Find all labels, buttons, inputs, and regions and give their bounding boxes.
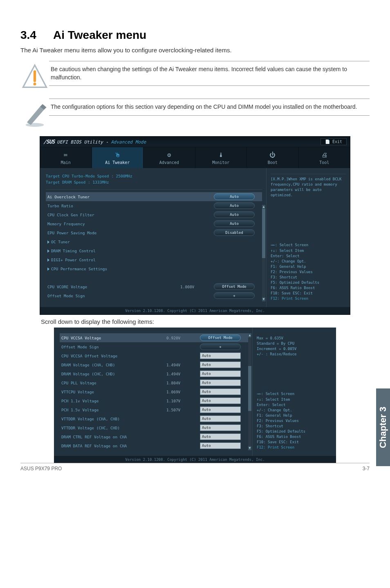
setting-dropdown[interactable]: + bbox=[214, 292, 255, 299]
setting-label: Offset Mode Sign bbox=[60, 345, 166, 349]
setting-dropdown[interactable]: + bbox=[200, 343, 241, 350]
tab-ai-tweaker[interactable]: 🖱Ai Tweaker bbox=[92, 147, 144, 168]
bios-settings-pane-2: CPU VCCSA Voltage0.920VOffset ModeOffset… bbox=[54, 328, 252, 456]
keys-text: →←: Select Screen ↑↓: Select Item Enter:… bbox=[271, 243, 319, 295]
scroll-down-icon[interactable]: ▼ bbox=[262, 297, 265, 301]
setting-input[interactable]: Auto bbox=[200, 388, 241, 395]
setting-row[interactable]: EPU Power Saving ModeDisabled bbox=[46, 228, 262, 237]
setting-input[interactable]: Auto bbox=[200, 442, 241, 449]
setting-input[interactable]: Auto bbox=[200, 370, 241, 377]
setting-row[interactable]: Memory FrequencyAuto bbox=[46, 219, 262, 228]
setting-row[interactable]: DRAM DATA REF Voltage on CHAAuto bbox=[60, 441, 248, 450]
bios-scrolled-window: CPU VCCSA Voltage0.920VOffset ModeOffset… bbox=[54, 328, 336, 463]
setting-value-cell: Auto bbox=[195, 379, 248, 386]
scroll-thumb[interactable] bbox=[262, 209, 265, 258]
setting-row[interactable]: Offset Mode Sign+ bbox=[46, 291, 262, 300]
setting-label: CPU VCCSA Offset Voltage bbox=[60, 354, 166, 358]
settings-scrollbar-2[interactable]: ▲ ▼ bbox=[248, 333, 251, 450]
tab-monitor[interactable]: 🌡Monitor bbox=[195, 147, 247, 168]
setting-value-cell: Auto bbox=[195, 370, 248, 377]
tab-boot[interactable]: ⏻Boot bbox=[247, 147, 299, 168]
setting-row[interactable]: VTTDDR Voltage (CHA, CHB)Auto bbox=[60, 414, 248, 423]
setting-row[interactable]: OC Tuner bbox=[46, 237, 262, 246]
setting-dropdown[interactable]: Offset Mode bbox=[214, 283, 255, 290]
setting-input[interactable]: Auto bbox=[200, 397, 241, 404]
setting-row[interactable]: PCH 1.5v Voltage1.507VAuto bbox=[60, 405, 248, 414]
setting-row[interactable]: DRAM Voltage (CHC, CHD)1.494VAuto bbox=[60, 369, 248, 378]
setting-input[interactable]: Auto bbox=[200, 433, 241, 440]
scroll-up-icon[interactable]: ▲ bbox=[248, 333, 251, 337]
setting-label: CPU Clock Gen Filter bbox=[46, 213, 180, 217]
setting-dropdown[interactable]: Auto bbox=[214, 202, 255, 209]
setting-input[interactable]: Auto bbox=[200, 406, 241, 413]
setting-value-cell: Auto bbox=[209, 202, 262, 209]
setting-label: DRAM DATA REF Voltage on CHA bbox=[60, 444, 166, 448]
setting-label: CPU PLL Voltage bbox=[60, 381, 166, 385]
setting-value-cell: Auto bbox=[195, 415, 248, 422]
setting-row[interactable]: VTTCPU Voltage1.069VAuto bbox=[60, 387, 248, 396]
setting-row[interactable]: CPU Performance Settings bbox=[46, 264, 262, 273]
setting-row[interactable]: CPU Clock Gen FilterAuto bbox=[46, 210, 262, 219]
chapter-side-tab: Chapter 3 bbox=[376, 388, 390, 466]
setting-input[interactable]: Auto bbox=[200, 424, 241, 431]
info-note: The configuration options for this secti… bbox=[20, 99, 370, 129]
settings-scrollbar[interactable]: ▲ ▼ bbox=[262, 205, 265, 301]
setting-row[interactable]: PCH 1.1v Voltage1.107VAuto bbox=[60, 396, 248, 405]
setting-value-cell: Offset Mode bbox=[195, 334, 248, 341]
setting-input[interactable]: Auto bbox=[200, 361, 241, 368]
lead-paragraph: The Ai Tweaker menu items allow you to c… bbox=[20, 47, 370, 54]
setting-value-cell: Auto bbox=[195, 442, 248, 449]
scroll-down-icon[interactable]: ▼ bbox=[248, 446, 251, 450]
setting-row[interactable]: DRAM Voltage (CHA, CHB)1.494VAuto bbox=[60, 360, 248, 369]
setting-dropdown[interactable]: Auto bbox=[214, 211, 255, 218]
setting-value-cell: Auto bbox=[195, 406, 248, 413]
setting-row[interactable]: DRAM Timing Control bbox=[46, 246, 262, 255]
scroll-thumb[interactable] bbox=[248, 366, 251, 411]
setting-row[interactable]: CPU VCORE Voltage1.008VOffset Mode bbox=[46, 282, 262, 291]
setting-row[interactable]: Offset Mode Sign+ bbox=[60, 342, 248, 351]
setting-label: VTTCPU Voltage bbox=[60, 390, 166, 394]
setting-current-value: 1.494V bbox=[166, 363, 195, 367]
setting-value-cell: Auto bbox=[209, 220, 262, 227]
setting-input[interactable]: Auto bbox=[200, 415, 241, 422]
setting-row[interactable]: Ai Overclock TunerAuto bbox=[46, 192, 262, 201]
tab-main[interactable]: ≔Main bbox=[40, 147, 92, 168]
tab-label: Main bbox=[61, 160, 71, 165]
setting-dropdown[interactable]: Offset Mode bbox=[200, 334, 241, 341]
setting-current-value: 1.804V bbox=[166, 381, 195, 385]
setting-input[interactable]: Auto bbox=[200, 352, 241, 359]
footer-page-number: 3-7 bbox=[363, 466, 370, 471]
setting-row[interactable]: CPU PLL Voltage1.804VAuto bbox=[60, 378, 248, 387]
setting-current-value: 1.494V bbox=[166, 372, 195, 376]
setting-row[interactable]: VTTDDR Voltage (CHC, CHD)Auto bbox=[60, 423, 248, 432]
mouse-icon: 🖱 bbox=[94, 151, 142, 159]
setting-value-cell: Auto bbox=[195, 352, 248, 359]
setting-row[interactable]: Turbo RatioAuto bbox=[46, 201, 262, 210]
gear-icon: ⚙ bbox=[145, 151, 193, 159]
thermometer-icon: 🌡 bbox=[197, 151, 245, 159]
setting-dropdown[interactable]: Auto bbox=[214, 193, 255, 200]
setting-value-cell: Offset Mode bbox=[209, 283, 262, 290]
setting-row bbox=[46, 273, 262, 282]
help-text-2: Max = 0.635V Standard = By CPU Increment… bbox=[257, 333, 332, 357]
setting-row[interactable]: DIGI+ Power Control bbox=[46, 255, 262, 264]
setting-dropdown[interactable]: Disabled bbox=[214, 229, 255, 236]
setting-value-cell: Auto bbox=[209, 193, 262, 200]
setting-row[interactable]: DRAM CTRL REF Voltage on CHAAuto bbox=[60, 432, 248, 441]
page-footer: ASUS P9X79 PRO 3-7 bbox=[20, 463, 370, 471]
setting-value-cell: + bbox=[195, 343, 248, 350]
list-icon: ≔ bbox=[42, 151, 90, 159]
setting-current-value: 1.507V bbox=[166, 408, 195, 412]
setting-row[interactable]: CPU VCCSA Voltage0.920VOffset Mode bbox=[60, 333, 248, 342]
setting-dropdown[interactable]: Auto bbox=[214, 220, 255, 227]
setting-row[interactable]: CPU VCCSA Offset VoltageAuto bbox=[60, 351, 248, 360]
tab-advanced[interactable]: ⚙Advanced bbox=[143, 147, 195, 168]
setting-input[interactable]: Auto bbox=[200, 379, 241, 386]
tab-tool[interactable]: 🖨Tool bbox=[299, 147, 350, 168]
bios-help-pane-2: Max = 0.635V Standard = By CPU Increment… bbox=[252, 328, 336, 456]
pen-icon bbox=[20, 99, 49, 129]
setting-label: Offset Mode Sign bbox=[46, 294, 180, 298]
exit-button[interactable]: 📄 Exit bbox=[321, 138, 347, 145]
scroll-up-icon[interactable]: ▲ bbox=[262, 205, 265, 209]
setting-value-cell: Disabled bbox=[209, 229, 262, 236]
